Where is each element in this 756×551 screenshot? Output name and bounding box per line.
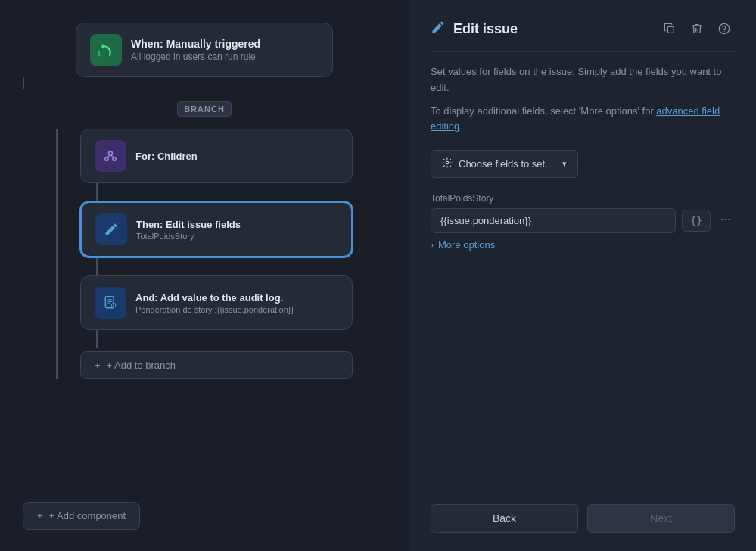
delete-button[interactable]	[686, 18, 708, 39]
description-2: To display additional fields, select 'Mo…	[431, 104, 735, 135]
edit-issue-subtitle: TotalPoidsStory	[136, 232, 241, 241]
svg-rect-12	[667, 26, 674, 33]
description-2-prefix: To display additional fields, select 'Mo…	[431, 105, 656, 117]
svg-point-15	[446, 161, 449, 164]
field-value-input[interactable]	[431, 208, 676, 233]
for-children-node[interactable]: For: Children	[80, 129, 353, 183]
branch-structure: For: Children Then	[56, 129, 353, 379]
svg-point-0	[109, 151, 113, 155]
svg-point-18	[729, 219, 730, 220]
plus-icon: +	[95, 360, 101, 371]
edit-panel-title-group: Edit issue	[431, 20, 518, 39]
next-button[interactable]: Next	[587, 504, 735, 533]
svg-line-3	[107, 155, 110, 157]
field-input-row: {}	[431, 208, 735, 233]
curly-braces-button[interactable]: {}	[682, 210, 711, 232]
add-to-branch-button[interactable]: + + Add to branch	[80, 351, 353, 379]
edit-issue-icon	[95, 213, 127, 245]
gear-icon	[442, 157, 453, 170]
edit-issue-node[interactable]: Then: Edit issue fields TotalPoidsStory	[80, 201, 353, 257]
description-1: Set values for fields on the issue. Simp…	[431, 64, 735, 96]
svg-point-1	[105, 157, 108, 160]
edit-issue-text: Then: Edit issue fields TotalPoidsStory	[136, 219, 241, 241]
add-component-label: + Add component	[49, 510, 126, 521]
trigger-subtitle: All logged in users can run rule.	[131, 51, 260, 62]
svg-line-4	[110, 155, 114, 157]
audit-log-subtitle: Pondération de story :{{issue.ponderatio…	[135, 305, 294, 314]
trigger-text: When: Manually triggered All logged in u…	[131, 38, 260, 62]
for-children-row: For: Children	[80, 129, 353, 183]
edit-panel-title-icon	[431, 20, 446, 39]
edit-panel-header: Edit issue	[431, 18, 735, 39]
svg-point-2	[113, 157, 116, 160]
trigger-icon	[90, 34, 122, 66]
edit-panel: Edit issue	[409, 0, 756, 551]
field-more-options-button[interactable]	[717, 210, 735, 232]
connector-4	[96, 330, 98, 348]
edit-panel-actions	[659, 18, 735, 39]
edit-issue-title: Then: Edit issue fields	[136, 219, 241, 230]
back-button[interactable]: Back	[431, 504, 578, 533]
more-options-label: More options	[438, 239, 495, 251]
svg-point-16	[721, 219, 723, 220]
edit-panel-title-text: Edit issue	[453, 21, 518, 37]
svg-point-14	[723, 31, 724, 32]
action-buttons: Back Next	[431, 489, 735, 533]
branch-nodes-column: For: Children Then	[58, 129, 353, 379]
chevron-down-icon: ▾	[562, 159, 567, 169]
audit-log-icon	[95, 287, 126, 319]
audit-log-title: And: Add value to the audit log.	[135, 292, 294, 304]
add-component-button[interactable]: + + Add component	[23, 502, 140, 530]
add-component-plus-icon: +	[37, 510, 43, 521]
chevron-right-icon: ›	[431, 240, 434, 251]
connector-3	[96, 257, 98, 276]
audit-log-node[interactable]: And: Add value to the audit log. Pondéra…	[80, 276, 353, 330]
workflow-container: When: Manually triggered All logged in u…	[23, 15, 386, 379]
trigger-node[interactable]: When: Manually triggered All logged in u…	[76, 23, 333, 77]
choose-fields-button[interactable]: Choose fields to set... ▾	[431, 150, 578, 178]
copy-button[interactable]	[659, 18, 680, 39]
description-2-suffix: .	[459, 120, 462, 132]
for-children-icon	[95, 140, 126, 172]
field-label: TotalPoidsStory	[431, 193, 735, 204]
more-options-row[interactable]: › More options	[431, 239, 735, 251]
help-button[interactable]	[714, 18, 735, 39]
add-branch-label: + Add to branch	[107, 360, 176, 371]
for-children-text: For: Children	[135, 151, 198, 162]
branch-label: BRANCH	[177, 101, 232, 117]
audit-log-text: And: Add value to the audit log. Pondéra…	[135, 292, 294, 314]
edit-issue-row: Then: Edit issue fields TotalPoidsStory	[80, 201, 353, 257]
trigger-title: When: Manually triggered	[131, 38, 260, 50]
audit-log-row: And: Add value to the audit log. Pondéra…	[80, 276, 353, 330]
canvas-panel: When: Manually triggered All logged in u…	[0, 0, 409, 551]
connector-1	[23, 77, 24, 89]
choose-fields-label: Choose fields to set...	[459, 158, 553, 170]
for-children-title: For: Children	[135, 151, 198, 162]
connector-2	[96, 183, 98, 201]
svg-point-17	[725, 219, 726, 220]
